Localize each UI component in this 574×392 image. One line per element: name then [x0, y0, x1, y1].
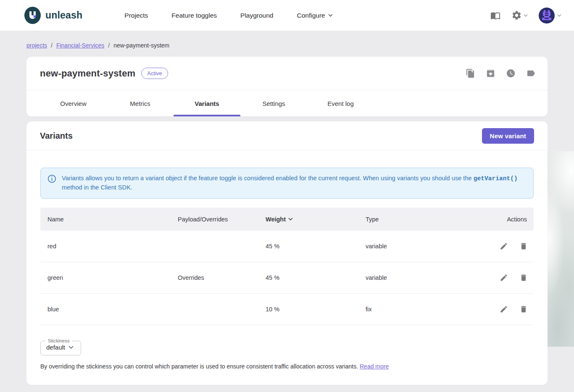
- variant-name: green: [40, 274, 171, 281]
- info-icon: [47, 174, 56, 192]
- alert-text-after: method in the Client SDK.: [62, 184, 132, 191]
- chevron-down-icon: [328, 14, 333, 17]
- stickiness-wrap: Stickiness default: [40, 338, 534, 355]
- edit-variant-icon[interactable]: [500, 274, 508, 282]
- column-type: Type: [358, 216, 471, 223]
- variants-panel-header: Variants New variant: [26, 121, 548, 150]
- table-row: red 45 % variable: [40, 231, 534, 262]
- feature-header: new-payment-system Active: [26, 57, 548, 90]
- decorative-background-texture: [546, 151, 574, 347]
- brand-name: unleash: [45, 10, 82, 21]
- edit-variant-icon[interactable]: [500, 305, 508, 313]
- topbar-right: [490, 8, 561, 24]
- column-payload: Payload/Overrides: [171, 216, 258, 223]
- variant-weight: 10 %: [258, 306, 358, 313]
- settings-menu[interactable]: [511, 10, 528, 21]
- alert-code: getVariant(): [474, 175, 518, 182]
- column-name: Name: [40, 216, 171, 223]
- feature-actions: [466, 68, 536, 78]
- chevron-down-icon: [68, 346, 74, 349]
- variant-actions: [471, 305, 534, 313]
- chevron-down-icon: [557, 14, 561, 17]
- variant-type: variable: [358, 274, 471, 281]
- tab-settings[interactable]: Settings: [240, 90, 307, 116]
- variant-actions: [471, 274, 534, 282]
- variant-weight: 45 %: [258, 243, 358, 250]
- variants-table-body: red 45 % variable: [40, 231, 534, 325]
- variant-weight: 45 %: [258, 274, 358, 281]
- nav-configure-label: Configure: [297, 12, 325, 19]
- avatar: [539, 8, 555, 24]
- breadcrumb-separator: /: [108, 42, 110, 49]
- breadcrumb-projects[interactable]: projects: [26, 42, 47, 49]
- stickiness-helper-text: By overriding the stickiness you can con…: [40, 363, 534, 370]
- feature-header-card: new-payment-system Active Overview Metri…: [26, 57, 548, 116]
- unleash-logo-icon: [24, 7, 41, 24]
- new-variant-button[interactable]: New variant: [482, 128, 534, 144]
- stickiness-label: Stickiness: [46, 338, 72, 343]
- unleash-logo[interactable]: unleash: [24, 7, 82, 24]
- nav-configure[interactable]: Configure: [297, 12, 332, 19]
- delete-variant-icon[interactable]: [519, 242, 528, 250]
- variants-table-header: Name Payload/Overrides Weight Type Actio…: [40, 208, 534, 231]
- tab-overview[interactable]: Overview: [40, 90, 107, 116]
- stickiness-helper-body: By overriding the stickiness you can con…: [40, 363, 360, 370]
- breadcrumb-project[interactable]: Financial-Services: [56, 42, 104, 49]
- main-nav: Projects Feature toggles Playground Conf…: [124, 12, 332, 19]
- variant-name: red: [40, 243, 171, 250]
- variant-actions: [471, 242, 534, 250]
- feature-tabs: Overview Metrics Variants Settings Event…: [26, 90, 548, 116]
- tab-metrics[interactable]: Metrics: [107, 90, 174, 116]
- variants-panel-body: Variants allows you to return a variant …: [26, 150, 548, 370]
- tab-event-log[interactable]: Event log: [307, 90, 374, 116]
- user-menu[interactable]: [539, 8, 561, 24]
- variant-payload: Overrides: [171, 274, 258, 281]
- variants-panel: Variants New variant Variants allows you…: [26, 121, 548, 385]
- table-row: green Overrides 45 % variable: [40, 262, 534, 294]
- sort-chevron-down-icon: [288, 218, 293, 221]
- alert-text: Variants allows you to return a variant …: [62, 174, 527, 192]
- table-row: blue 10 % fix: [40, 294, 534, 325]
- archive-feature-icon[interactable]: [486, 68, 495, 78]
- gear-icon: [511, 10, 522, 21]
- nav-feature-toggles[interactable]: Feature toggles: [171, 12, 217, 19]
- history-clock-icon[interactable]: [506, 68, 516, 78]
- stickiness-select[interactable]: Stickiness default: [40, 338, 81, 355]
- feature-title: new-payment-system: [40, 68, 135, 79]
- delete-variant-icon[interactable]: [519, 274, 528, 282]
- alert-text-before: Variants allows you to return a variant …: [62, 175, 474, 182]
- tab-variants[interactable]: Variants: [174, 90, 240, 116]
- variant-type: fix: [358, 306, 471, 313]
- variant-type: variable: [358, 243, 471, 250]
- panel-title: Variants: [40, 131, 73, 141]
- variant-name: blue: [40, 306, 171, 313]
- top-navigation-bar: unleash Projects Feature toggles Playgro…: [0, 0, 574, 31]
- variants-info-alert: Variants allows you to return a variant …: [40, 168, 534, 199]
- breadcrumb-current: new-payment-system: [113, 42, 169, 49]
- nav-projects[interactable]: Projects: [124, 12, 148, 19]
- breadcrumb-separator: /: [51, 42, 53, 49]
- delete-variant-icon[interactable]: [519, 305, 528, 313]
- nav-playground[interactable]: Playground: [240, 12, 273, 19]
- documentation-icon[interactable]: [490, 11, 500, 21]
- edit-variant-icon[interactable]: [500, 242, 508, 250]
- column-weight-sort[interactable]: Weight: [258, 216, 358, 223]
- breadcrumb: projects / Financial-Services / new-paym…: [0, 31, 574, 49]
- chevron-down-icon: [524, 14, 528, 17]
- column-weight-label: Weight: [266, 216, 286, 223]
- column-actions: Actions: [471, 216, 534, 223]
- read-more-link[interactable]: Read more: [360, 363, 389, 370]
- variants-table: Name Payload/Overrides Weight Type Actio…: [40, 208, 534, 325]
- stickiness-value: default: [46, 344, 65, 351]
- status-badge: Active: [141, 68, 168, 79]
- copy-feature-icon[interactable]: [466, 68, 475, 78]
- tag-icon[interactable]: [526, 68, 536, 78]
